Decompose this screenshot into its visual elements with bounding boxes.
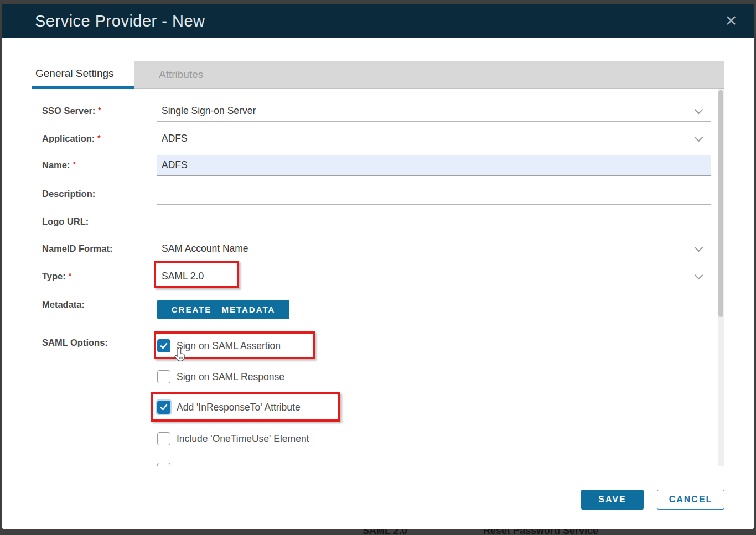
chevron-down-icon: [695, 106, 703, 115]
field-row-metadata: Metadata:: [32, 294, 719, 322]
tab-bar: General Settings Attributes: [32, 61, 724, 89]
chevron-down-icon: [695, 271, 703, 280]
option-label: Sign on SAML Response: [177, 371, 284, 383]
scrollbar-thumb[interactable]: [718, 90, 723, 317]
checkmark-icon: [159, 403, 168, 412]
application-label: Application:*: [42, 133, 101, 144]
application-value: ADFS: [162, 133, 188, 144]
field-row-application: Application:* ADFS: [32, 128, 719, 149]
sso-server-value: Single Sign-on Server: [162, 105, 256, 117]
checkbox-partial[interactable]: [157, 463, 170, 466]
checkmark-icon: [159, 341, 168, 350]
close-icon[interactable]: ✕: [721, 11, 741, 31]
service-provider-modal: Service Provider - New ✕ General Setting…: [2, 4, 754, 529]
cancel-button[interactable]: CANCEL: [657, 490, 724, 510]
nameid-format-label: NameID Format:: [42, 243, 112, 254]
form-content: SSO Server:* Single Sign-on Server Appli…: [32, 89, 719, 466]
field-row-name: Name:* ADFS: [32, 155, 719, 176]
metadata-label: Metadata:: [42, 299, 85, 310]
field-row-logo-url: Logo URL:: [32, 211, 719, 232]
create-metadata-button[interactable]: CREATE METADATA: [157, 300, 289, 319]
sso-server-select[interactable]: Single Sign-on Server: [157, 101, 711, 122]
application-select[interactable]: ADFS: [157, 128, 711, 149]
description-label: Description:: [42, 189, 95, 199]
name-input[interactable]: ADFS: [157, 155, 711, 176]
sso-server-label: SSO Server:*: [42, 106, 101, 116]
chevron-down-icon: [695, 133, 703, 142]
type-select[interactable]: SAML 2.0: [157, 266, 711, 287]
checkbox-sign-on-saml-response[interactable]: [157, 370, 170, 383]
checkbox-include-onetimeuse[interactable]: [157, 432, 170, 445]
type-label: Type:*: [42, 271, 71, 282]
field-row-description: Description:: [32, 184, 719, 205]
required-asterisk: *: [97, 133, 100, 142]
option-include-onetimeuse: Include 'OneTimeUse' Element: [157, 432, 309, 446]
option-add-inresponseto: Add 'InResponseTo' Attribute: [157, 400, 301, 414]
logo-url-label: Logo URL:: [42, 216, 89, 227]
required-asterisk: *: [69, 271, 71, 280]
nameid-format-select[interactable]: SAM Account Name: [157, 238, 711, 259]
field-row-nameid-format: NameID Format: SAM Account Name: [32, 238, 719, 259]
tab-general-settings-label: General Settings: [35, 67, 114, 80]
modal-title: Service Provider - New: [35, 12, 205, 30]
tab-attributes-label: Attributes: [159, 69, 203, 81]
required-asterisk: *: [73, 160, 75, 169]
name-label: Name:*: [42, 160, 76, 170]
option-label: Sign on SAML Assertion: [177, 340, 281, 352]
hand-cursor-icon: [174, 347, 186, 362]
option-label: Include 'OneTimeUse' Element: [177, 433, 309, 445]
option-sign-on-saml-response: Sign on SAML Response: [157, 370, 284, 384]
name-value: ADFS: [162, 159, 188, 171]
option-partial-clipped: [157, 462, 170, 466]
checkbox-sign-on-saml-assertion[interactable]: [157, 339, 170, 352]
checkbox-add-inresponseto[interactable]: [157, 401, 170, 414]
tab-attributes[interactable]: Attributes: [159, 61, 203, 89]
nameid-format-value: SAM Account Name: [162, 243, 248, 254]
saml-options-label: SAML Options:: [42, 337, 108, 348]
logo-url-input[interactable]: [157, 211, 711, 232]
option-label: Add 'InResponseTo' Attribute: [177, 402, 301, 413]
tab-general-settings[interactable]: General Settings: [32, 61, 134, 89]
vertical-scrollbar[interactable]: [718, 89, 724, 466]
chevron-down-icon: [695, 243, 703, 252]
type-value: SAML 2.0: [162, 271, 204, 282]
required-asterisk: *: [98, 106, 101, 115]
save-button[interactable]: SAVE: [581, 490, 644, 510]
field-row-type: Type:* SAML 2.0: [32, 266, 719, 287]
field-row-sso-server: SSO Server:* Single Sign-on Server: [32, 101, 719, 122]
description-input[interactable]: [157, 184, 711, 205]
modal-header: Service Provider - New ✕: [2, 4, 754, 38]
